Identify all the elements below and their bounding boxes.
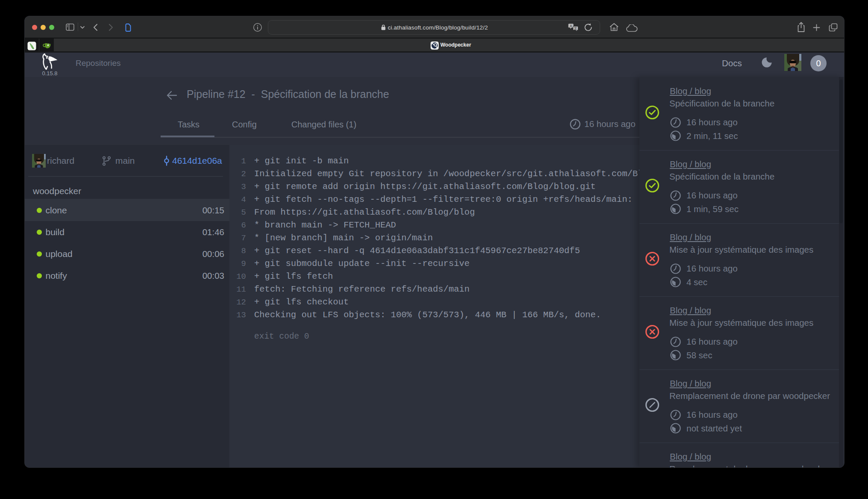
svg-text:文: 文 [574, 27, 578, 30]
svg-text:A: A [570, 24, 572, 28]
